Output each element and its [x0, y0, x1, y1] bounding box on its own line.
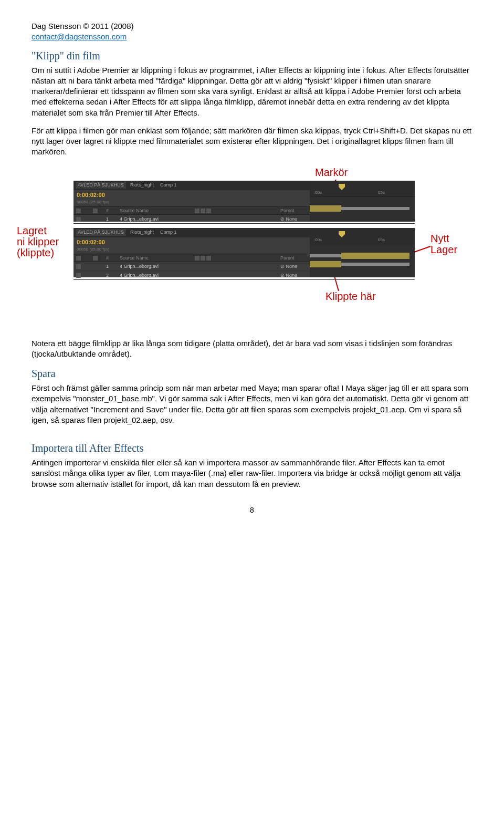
layer-bar[interactable] — [310, 261, 341, 267]
layer-bar-lead[interactable] — [310, 254, 341, 257]
annotation-nytt: Nytt Lager — [430, 233, 457, 255]
row-parent[interactable]: None — [286, 264, 298, 269]
switches-icon[interactable] — [201, 209, 205, 213]
timeline-tab[interactable]: Comp 1 — [158, 229, 179, 235]
fx-icon[interactable] — [206, 209, 211, 213]
current-time-indicator-icon[interactable] — [339, 183, 345, 190]
row-index: 2 — [106, 272, 119, 278]
col-source: Source Name — [120, 207, 193, 214]
svg-marker-8 — [339, 231, 345, 237]
current-time-indicator-icon[interactable] — [339, 230, 345, 237]
row-parent[interactable]: None — [286, 273, 298, 278]
timeline-tab[interactable]: Comp 1 — [158, 182, 179, 188]
para-note-after-figure: Notera ett bägge filmklipp är lika långa… — [32, 338, 472, 360]
row-parent[interactable]: None — [286, 216, 298, 222]
timeline-tab[interactable]: Riots_night — [128, 229, 156, 235]
annotation-markor: Markör — [315, 167, 348, 178]
layer-bar[interactable] — [341, 253, 410, 259]
switches-icon[interactable] — [195, 256, 200, 261]
switches-icon[interactable] — [195, 209, 200, 213]
lock-icon[interactable] — [93, 209, 98, 213]
eye-icon[interactable] — [76, 273, 81, 278]
timeline-panel-top: AVLED PÅ SJUKHUS Riots_night Comp 1 0:00… — [74, 181, 415, 222]
layer-bar[interactable] — [310, 205, 341, 212]
header-email-link[interactable]: contact@dagstensson.com — [32, 32, 127, 41]
para-klipp-1: Om ni suttit i Adobe Premier är klippnin… — [32, 65, 472, 118]
para-spara: Först och främst gäller samma princip so… — [32, 383, 472, 425]
heading-klipp: "Klipp" din film — [32, 49, 472, 63]
timeline-tab[interactable]: AVLED PÅ SJUKHUS — [76, 229, 126, 235]
row-index: 1 — [106, 263, 119, 269]
eye-icon[interactable] — [76, 264, 81, 269]
row-source-name: 4 Gripn...eborg.avi — [120, 272, 193, 278]
timeline-panel-bottom: AVLED PÅ SJUKHUS Riots_night Comp 1 0:00… — [74, 228, 415, 277]
header-copyright: Dag Stensson © 2011 (2008) — [32, 21, 472, 32]
eye-icon[interactable] — [76, 256, 81, 261]
row-source-name: 4 Gripn...eborg.avi — [120, 263, 193, 269]
para-klipp-2: För att klippa i filmen gör man enklast … — [32, 126, 472, 158]
tick-label: 05s — [378, 237, 385, 243]
tick-label: :00s — [314, 237, 322, 243]
svg-marker-6 — [339, 184, 345, 190]
col-source: Source Name — [120, 255, 193, 261]
para-importera: Antingen importerar vi enskilda filer el… — [32, 457, 472, 490]
layer-bar-tail[interactable] — [341, 207, 410, 210]
timeline-tab[interactable]: AVLED PÅ SJUKHUS — [76, 182, 126, 188]
heading-importera: Importera till After Effects — [32, 441, 472, 455]
timeline-ruler[interactable]: :00s 05s — [310, 228, 415, 277]
tick-label: 05s — [378, 190, 385, 196]
col-num: # — [106, 255, 119, 261]
col-num: # — [106, 207, 119, 214]
heading-spara: Spara — [32, 367, 472, 381]
row-source-name: 4 Gripn...eborg.avi — [120, 216, 193, 222]
annotation-lagret: Lagret ni klipper (klippte) — [17, 225, 59, 258]
tick-label: :00s — [314, 190, 322, 196]
switches-icon[interactable] — [201, 256, 205, 261]
row-index: 1 — [106, 216, 119, 222]
timeline-tab[interactable]: Riots_night — [128, 182, 156, 188]
lock-icon[interactable] — [93, 256, 98, 261]
figure-timeline: Markör Lagret ni klipper (klippte) Nytt … — [32, 170, 483, 317]
page-number: 8 — [32, 505, 472, 515]
eye-icon[interactable] — [76, 217, 81, 222]
fx-icon[interactable] — [206, 256, 211, 261]
eye-icon[interactable] — [76, 209, 81, 213]
layer-bar-tail[interactable] — [341, 263, 410, 266]
timeline-ruler[interactable]: :00s 05s — [310, 181, 415, 222]
